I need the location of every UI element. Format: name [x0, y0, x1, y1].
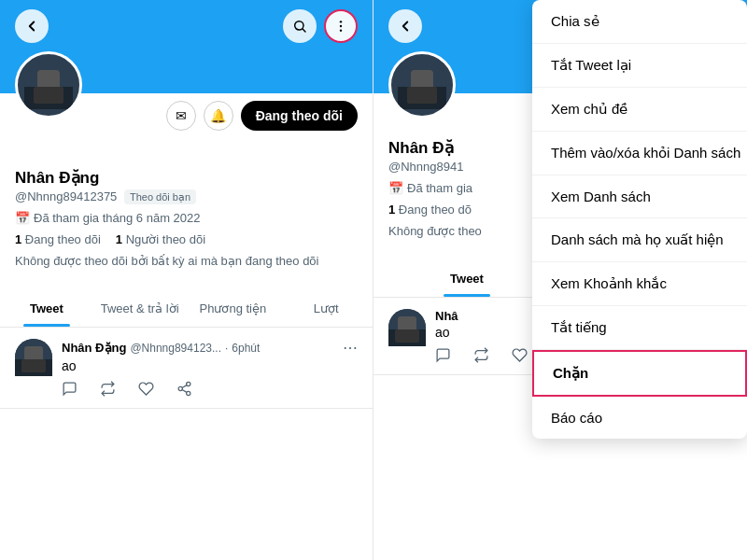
tab-media-left[interactable]: Phương tiện — [187, 290, 280, 327]
dropdown-item-topic[interactable]: Xem chủ đề — [532, 88, 747, 132]
tabs-left: Tweet Tweet & trả lời Phương tiện Lượt — [0, 290, 373, 328]
dropdown-item-report[interactable]: Báo cáo — [532, 397, 747, 439]
tweet-dot-left: · — [225, 342, 228, 355]
svg-line-1 — [303, 29, 305, 32]
profile-section-left: ✉ 🔔 Đang theo dõi Nhân Đặng @Nhnng894123… — [0, 93, 373, 290]
svg-rect-8 — [34, 87, 63, 104]
profile-handle-left: @Nhnng89412375 Theo dõi bạn — [15, 189, 358, 203]
dropdown-overlay: Chia sẻ Tắt Tweet lại Xem chủ đề Thêm và… — [374, 0, 747, 560]
tweet-header-left: Nhân Đặng @Nhnng894123... · 6phút ⋯ — [62, 339, 358, 357]
svg-point-14 — [178, 386, 182, 390]
dropdown-item-appears-in[interactable]: Danh sách mà họ xuất hiện — [532, 218, 747, 262]
tab-tweet-left[interactable]: Tweet — [0, 290, 93, 327]
dropdown-item-moments[interactable]: Xem Khoảnh khắc — [532, 262, 747, 306]
svg-line-16 — [182, 390, 187, 393]
svg-line-17 — [182, 385, 187, 388]
mail-button[interactable]: ✉ — [166, 101, 196, 131]
not-following-note-left: Không được theo dõi bởi bất kỳ ai mà bạn… — [15, 254, 358, 268]
top-nav-left — [0, 0, 373, 52]
svg-point-3 — [340, 25, 342, 27]
svg-rect-11 — [24, 346, 43, 361]
share-button-left[interactable] — [176, 381, 192, 397]
tweet-actions-left — [62, 381, 358, 397]
dropdown-item-block[interactable]: Chặn — [532, 350, 747, 397]
tweet-content-left: Nhân Đặng @Nhnng894123... · 6phút ⋯ ao — [62, 339, 358, 397]
svg-point-13 — [187, 382, 190, 385]
right-panel: Nhân Đặ @Nhnng8941 📅 Đã tham gia 1 Đang … — [374, 0, 747, 560]
profile-meta-left: 📅 Đã tham gia tháng 6 năm 2022 — [15, 211, 358, 225]
follow-counts-left: 1 Đang theo dõi 1 Người theo dõi — [15, 232, 358, 246]
follow-button-left[interactable]: Đang theo dõi — [241, 101, 358, 131]
nav-icons-right — [283, 9, 358, 43]
search-button-left[interactable] — [283, 9, 317, 43]
more-button-left[interactable] — [324, 9, 358, 43]
dropdown-menu: Chia sẻ Tắt Tweet lại Xem chủ đề Thêm và… — [532, 0, 747, 439]
avatar-wrapper-left — [15, 51, 82, 119]
tweet-time-left: 6phút — [232, 342, 260, 355]
dropdown-item-share[interactable]: Chia sẻ — [532, 0, 747, 44]
tweet-avatar-left — [15, 339, 52, 376]
left-panel: ✉ 🔔 Đang theo dõi Nhân Đặng @Nhnng894123… — [0, 0, 374, 560]
tab-likes-left[interactable]: Lượt — [279, 290, 373, 327]
back-button-left[interactable] — [15, 9, 49, 43]
like-button-left[interactable] — [138, 381, 154, 397]
profile-name-left: Nhân Đặng — [15, 168, 358, 188]
tweet-item-left: Nhân Đặng @Nhnng894123... · 6phút ⋯ ao — [0, 328, 373, 409]
svg-point-15 — [187, 391, 190, 395]
svg-rect-12 — [21, 359, 46, 372]
comment-button-left[interactable] — [62, 381, 78, 397]
retweet-button-left[interactable] — [100, 381, 116, 397]
tweet-handle-left: @Nhnng894123... — [130, 342, 221, 355]
svg-point-2 — [340, 21, 342, 22]
tweet-text-left: ao — [62, 358, 358, 373]
following-badge-left: Theo dõi bạn — [124, 189, 196, 204]
dropdown-item-mute[interactable]: Tắt tiếng — [532, 306, 747, 350]
dropdown-item-list-add[interactable]: Thêm vào/xóa khỏi Danh sách — [532, 132, 747, 175]
tweet-more-left[interactable]: ⋯ — [343, 339, 358, 357]
svg-point-4 — [340, 29, 342, 31]
tab-reply-left[interactable]: Tweet & trả lời — [93, 290, 187, 327]
bell-button[interactable]: 🔔 — [204, 101, 233, 131]
tweet-name-left: Nhân Đặng — [62, 341, 126, 355]
dropdown-item-view-list[interactable]: Xem Danh sách — [532, 175, 747, 218]
dropdown-item-retweet-off[interactable]: Tắt Tweet lại — [532, 44, 747, 88]
avatar-left — [15, 51, 82, 119]
